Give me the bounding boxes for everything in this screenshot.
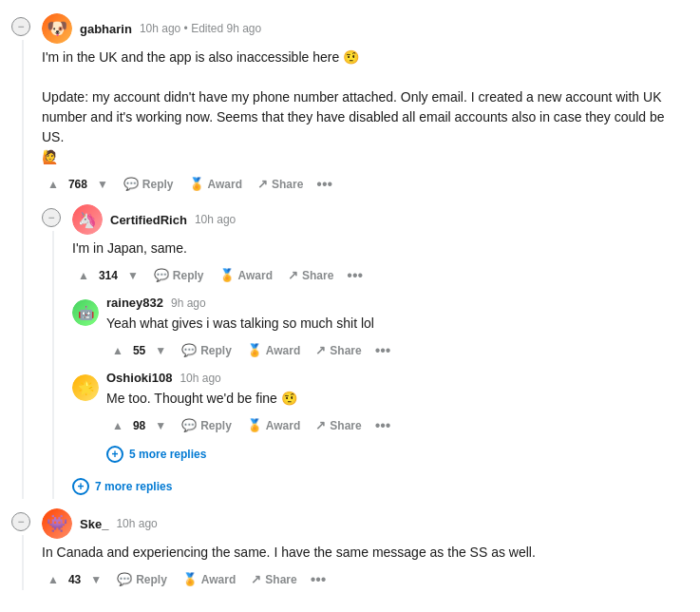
username-rainey832[interactable]: rainey832 (106, 296, 163, 310)
award-button-Ske_[interactable]: 🏅 Award (177, 568, 241, 590)
upvote-button-Ske_[interactable]: ▲ (42, 569, 65, 590)
collapse-button-Ske_[interactable]: − (11, 512, 30, 531)
vote-section-Oshioki108: ▲ 98 ▼ (106, 415, 172, 436)
share-button-rainey832[interactable]: ↗ Share (310, 339, 367, 361)
more-button-Ske_[interactable]: ••• (307, 569, 331, 590)
username-CertifiedRich[interactable]: CertifiedRich (110, 213, 187, 227)
body-Ske_: In Canada and experiencing the same. I h… (42, 543, 689, 563)
award-button-gabharin[interactable]: 🏅 Award (183, 173, 248, 195)
share-button-CertifiedRich[interactable]: ↗ Share (282, 264, 339, 286)
share-button-Ske_[interactable]: ↗ Share (245, 568, 302, 590)
upvote-button-rainey832[interactable]: ▲ (106, 340, 129, 361)
comment-Ske_: − 👾 Ske_ 10h ago In Canada and experienc… (0, 499, 700, 590)
username-Ske_[interactable]: Ske_ (80, 517, 108, 531)
comment-header-Ske_: 👾 Ske_ 10h ago (42, 508, 689, 539)
downvote-button-CertifiedRich[interactable]: ▼ (122, 265, 144, 286)
more-button-CertifiedRich[interactable]: ••• (343, 265, 367, 286)
reply-button-Ske_[interactable]: 💬 Reply (111, 568, 173, 590)
comment-header-CertifiedRich: 🦄 CertifiedRich 10h ago (72, 204, 689, 235)
share-button-gabharin[interactable]: ↗ Share (252, 173, 309, 195)
action-bar-gabharin: ▲ 768 ▼ 💬 Reply 🏅 Award ↗ Share ••• (42, 173, 689, 195)
reply-button-CertifiedRich[interactable]: 💬 Reply (148, 264, 210, 286)
comment-header-Oshioki108: Oshioki108 10h ago (106, 371, 689, 385)
vote-section-rainey832: ▲ 55 ▼ (106, 340, 172, 361)
comment-thread: − 🐶 gabharin 10h ago • Edited 9h ago I'm… (0, 0, 700, 598)
action-bar-Ske_: ▲ 43 ▼ 💬 Reply 🏅 Award ↗ Share ••• (42, 568, 689, 590)
share-button-Oshioki108[interactable]: ↗ Share (310, 414, 367, 436)
downvote-button-Oshioki108[interactable]: ▼ (149, 415, 172, 436)
downvote-button-rainey832[interactable]: ▼ (149, 340, 172, 361)
meta-Ske_: 10h ago (116, 517, 157, 530)
vote-count-rainey832: 55 (131, 344, 147, 357)
award-button-CertifiedRich[interactable]: 🏅 Award (214, 264, 278, 286)
upvote-button-gabharin[interactable]: ▲ (42, 174, 65, 195)
username-gabharin[interactable]: gabharin (80, 22, 132, 36)
comment-header-rainey832: rainey832 9h ago (106, 296, 689, 310)
meta-Oshioki108: 10h ago (180, 372, 220, 385)
reply-button-rainey832[interactable]: 💬 Reply (176, 339, 237, 361)
avatar-Oshioki108: 🌟 (72, 374, 99, 401)
collapse-button-gabharin[interactable]: − (11, 17, 30, 36)
meta-CertifiedRich: 10h ago (195, 213, 236, 226)
reply-button-gabharin[interactable]: 💬 Reply (118, 173, 180, 195)
more-button-gabharin[interactable]: ••• (312, 174, 336, 195)
avatar-gabharin: 🐶 (42, 13, 72, 44)
comment-CertifiedRich: − 🦄 CertifiedRich 10h ago I'm in Japan, … (42, 204, 689, 499)
vote-count-gabharin: 768 (66, 178, 89, 191)
body-CertifiedRich: I'm in Japan, same. (72, 239, 689, 258)
body-rainey832: Yeah what gives i was talking so much sh… (106, 314, 689, 334)
award-button-Oshioki108[interactable]: 🏅 Award (241, 414, 306, 436)
meta-gabharin: 10h ago • Edited 9h ago (140, 22, 261, 35)
upvote-button-Oshioki108[interactable]: ▲ (106, 415, 129, 436)
action-bar-rainey832: ▲ 55 ▼ 💬 Reply 🏅 Award (106, 339, 689, 361)
comment-gabharin: − 🐶 gabharin 10h ago • Edited 9h ago I'm… (0, 8, 700, 499)
comment-rainey832: 🤖 rainey832 9h ago Yeah what gives i was… (72, 296, 689, 361)
avatar-CertifiedRich: 🦄 (72, 204, 103, 235)
expand-icon-Oshioki108: + (106, 446, 123, 463)
more-replies-CertifiedRich[interactable]: + 7 more replies (72, 474, 689, 499)
body-gabharin: I'm in the UK and the app is also inacce… (42, 48, 689, 167)
downvote-button-gabharin[interactable]: ▼ (91, 174, 114, 195)
body-Oshioki108: Me too. Thought we'd be fine 🤨 (106, 389, 689, 409)
downvote-button-Ske_[interactable]: ▼ (85, 569, 107, 590)
reply-button-Oshioki108[interactable]: 💬 Reply (176, 414, 237, 436)
more-replies-Oshioki108[interactable]: + 5 more replies (106, 442, 689, 467)
action-bar-CertifiedRich: ▲ 314 ▼ 💬 Reply 🏅 Award (72, 264, 689, 286)
vote-count-Ske_: 43 (66, 573, 83, 586)
expand-icon-CertifiedRich: + (72, 478, 89, 495)
vote-section-Ske_: ▲ 43 ▼ (42, 569, 107, 590)
meta-rainey832: 9h ago (171, 296, 206, 310)
username-Oshioki108[interactable]: Oshioki108 (106, 371, 172, 385)
vote-count-CertifiedRich: 314 (97, 269, 120, 282)
award-button-rainey832[interactable]: 🏅 Award (241, 339, 306, 361)
avatar-Ske_: 👾 (42, 508, 72, 539)
vote-count-Oshioki108: 98 (131, 419, 147, 432)
comment-header-gabharin: 🐶 gabharin 10h ago • Edited 9h ago (42, 13, 689, 44)
collapse-button-CertifiedRich[interactable]: − (42, 208, 61, 227)
vote-section-gabharin: ▲ 768 ▼ (42, 174, 114, 195)
upvote-button-CertifiedRich[interactable]: ▲ (72, 265, 95, 286)
more-button-rainey832[interactable]: ••• (371, 340, 395, 361)
comment-Oshioki108: 🌟 Oshioki108 10h ago Me too. Thought we'… (72, 371, 689, 467)
action-bar-Oshioki108: ▲ 98 ▼ 💬 Reply 🏅 Award (106, 414, 689, 436)
more-button-Oshioki108[interactable]: ••• (371, 415, 395, 436)
avatar-rainey832: 🤖 (72, 299, 99, 326)
vote-section-CertifiedRich: ▲ 314 ▼ (72, 265, 144, 286)
